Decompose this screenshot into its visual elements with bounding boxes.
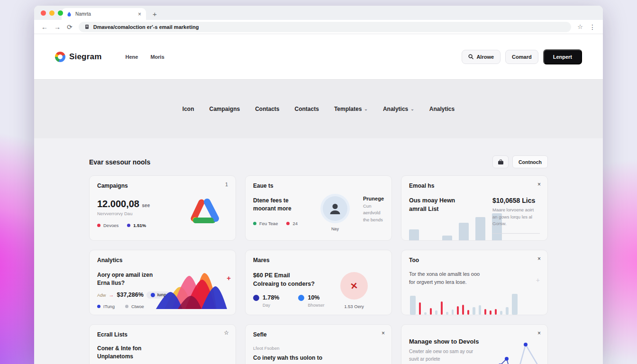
browser-menu-icon[interactable]: ⋮ [589,24,596,30]
card-title: Eaue ts [253,182,384,189]
blue-circle-icon [298,295,304,301]
new-tab-button[interactable]: + [153,10,157,18]
close-icon[interactable]: × [537,255,541,262]
subnav-item-icon[interactable]: Icon [182,106,194,112]
too-text: Tor the xona ole amallt les ooo for orgv… [409,270,540,286]
x-mark-icon: ✕ [350,280,359,292]
briefcase-button[interactable] [492,155,509,168]
subnav-item-campaigns[interactable]: Campaigns [209,106,240,112]
card-title: Emoal hs [409,182,540,189]
minimize-window-button[interactable] [49,10,55,16]
subnav-item-contacts-2[interactable]: Contacts [295,106,319,112]
card-title: Mares [253,257,384,264]
brand[interactable]: Siegram [55,52,102,62]
too-bar-chart [410,294,517,315]
card-title: Ecrall Lists [97,331,228,338]
site-nav: Hene Moris [126,54,164,60]
plus-icon: + [227,274,231,282]
primary-button[interactable]: Lenpert [543,49,582,64]
close-icon[interactable]: × [537,181,541,188]
primary-button-label: Lenpert [553,54,572,60]
url-text: Dmavea/comaloction er'-s email marketing [93,24,199,30]
gray-dot-icon [125,305,128,308]
contnoch-button[interactable]: Contnoch [512,155,548,168]
chevron-down-icon: ⌄ [364,107,368,111]
card-grid: Campaigns 1 12.000,08 see Nervverrorvy D… [89,175,548,364]
brand-logo-icon [55,52,65,62]
card-too[interactable]: Too × Tor the xona ole amallt les ooo fo… [401,250,548,315]
chevron-down-icon: ⌄ [410,107,414,111]
star-icon[interactable]: ☆ [224,329,229,336]
campaigns-value-suffix: see [142,203,150,208]
back-icon[interactable]: ← [41,24,48,30]
subnav-item-analytics-2[interactable]: Analytics [429,106,455,112]
arrow-icon: → [109,292,114,298]
plus-icon: + [536,276,540,284]
bookmark-star-icon[interactable]: ☆ [577,24,583,30]
close-window-button[interactable] [41,10,46,16]
card-email-list[interactable]: Emoal hs × Ous moay Hewn amrall List [401,175,548,241]
red-dot-icon [286,222,290,225]
card-campaigns[interactable]: Campaigns 1 12.000,08 see Nervverrorvy D… [89,175,236,241]
subnav-item-contacts-1[interactable]: Contacts [255,106,279,112]
card-analytics[interactable]: Analytics Aory opre amail izen Erna llus… [89,250,236,315]
card-title: Sefle [253,331,384,338]
legend-item: Ctwoe [125,304,144,309]
person-icon [328,201,342,216]
stat-item: 10% Bhowser [298,294,324,308]
secondary-button[interactable]: Comard [505,50,538,64]
blue-dot-icon [151,293,155,297]
card-manage[interactable]: × Manage show to Devols Cewter ale oew o… [401,324,548,364]
events-legend: Feu Teae 24 [253,221,314,226]
card-events[interactable]: Eaue ts Dtene fees te moorant more [245,175,392,241]
url-input[interactable]: Dmavea/comaloction er'-s email marketing [79,22,572,32]
green-dot-icon [253,222,256,225]
card-title: Too [409,257,540,264]
browser-tab-active[interactable]: Namrta × [62,8,146,20]
reload-icon[interactable]: ⟳ [67,24,73,30]
contnoch-button-label: Contnoch [519,159,542,165]
section-header: Evar ssesour nools Contnoch [89,138,548,175]
subnav-item-analytics-1[interactable]: Analytics⌄ [383,106,414,112]
card-email-lists[interactable]: Ecrall Lists ☆ Coner & Inte fon Unplanet… [89,324,236,364]
briefcase-icon [498,159,504,165]
main-section: Evar ssesour nools Contnoch [34,138,603,364]
forward-icon[interactable]: → [54,24,61,30]
stat-value: $37,286% [117,291,143,298]
close-icon[interactable]: × [382,330,385,337]
events-heading: Dtene fees te moorant more [253,197,314,213]
avatar [320,194,350,223]
tab-close-icon[interactable]: × [138,11,141,18]
site-info-icon[interactable] [84,24,90,29]
area-chart [156,268,227,309]
browser-addressbar: ← → ⟳ Dmavea/comaloction er'-s email mar… [34,20,603,34]
fail-circle: ✕ [340,272,368,300]
legend-item: 24 [286,221,298,226]
card-mares[interactable]: Mares $60 PE Email Colreairg to conders?… [245,250,392,315]
stat-item: 1.78% Day [253,294,279,308]
legend-item: Feu Teae [253,221,278,226]
email-bar-chart [409,213,491,241]
drive-triangle-icon [189,198,220,226]
card-title: Analytics [97,257,228,264]
stat-prefix: Adw [97,292,106,298]
subnav-band: Icon Campaigns Contacts Contacts Templat… [34,79,603,138]
email-stat-text: Maare lorvoene aoirt an gows lorqu les a… [492,207,540,228]
maximize-window-button[interactable] [58,10,63,16]
secondary-button-label: Comard [512,54,532,60]
tab-favicon [66,11,72,17]
desktop-backdrop: Namrta × + ← → ⟳ Dmavea/comaloction er'-… [0,0,637,364]
window-controls[interactable] [41,10,63,16]
card-count-badge: 1 [225,182,228,187]
close-icon[interactable]: × [537,330,541,337]
search-button-label: Alrowe [476,54,494,60]
section-title: Evar ssesour nools [89,158,150,166]
browser-tabstrip: Namrta × + [34,6,603,20]
card-sefle[interactable]: Sefle × Lfeot Fsoben Co inety wah ths uo… [245,324,392,364]
nav-link-home[interactable]: Hene [126,54,138,60]
subnav-item-templates[interactable]: Templates⌄ [334,106,368,112]
search-button[interactable]: Alrowe [462,50,500,64]
nav-link-more[interactable]: Moris [150,54,164,60]
search-icon [468,54,473,59]
header-actions: Alrowe Comard Lenpert [462,49,582,64]
